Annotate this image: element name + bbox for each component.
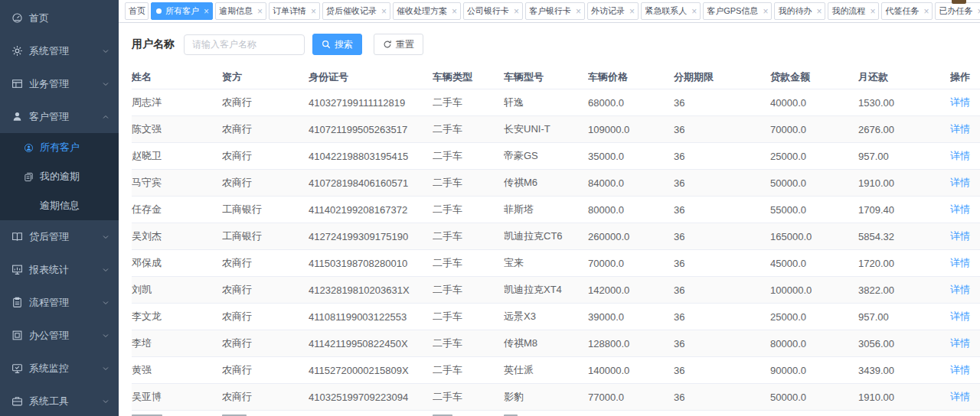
cell-action: 详情 — [950, 149, 980, 163]
cell-funder: 工商银行 — [222, 203, 309, 216]
close-icon[interactable]: × — [256, 7, 263, 16]
sidebar-item-report-stats[interactable]: 报表统计 — [0, 253, 119, 286]
tab-sign-tasks[interactable]: 代签任务× — [881, 2, 933, 20]
close-icon[interactable]: × — [310, 7, 317, 16]
sidebar-item-overdue-info[interactable]: 逾期信息 — [0, 191, 119, 220]
close-icon[interactable]: × — [203, 7, 210, 16]
close-icon[interactable]: × — [451, 7, 458, 16]
tab-label: 客户GPS信息 — [707, 5, 758, 17]
cell-vehicle-price: 77000.0 — [588, 392, 674, 403]
cell-id-number: 41232819810203631X — [309, 284, 433, 296]
column-header: 身份证号 — [309, 70, 433, 84]
sidebar-item-my-overdue[interactable]: 我的逾期 — [0, 162, 119, 191]
tab-customer-bank-card[interactable]: 客户银行卡× — [525, 2, 585, 20]
detail-link[interactable]: 详情 — [950, 230, 970, 242]
close-icon[interactable]: × — [815, 7, 822, 16]
close-icon[interactable]: × — [575, 7, 582, 16]
tab-bar: 首页所有客户×逾期信息×订单详情×贷后催收记录×催收处理方案×公司银行卡×客户银… — [119, 0, 980, 23]
sidebar-item-office-mgmt[interactable]: 办公管理 — [0, 319, 119, 352]
content: 用户名称 搜索 重置 姓名资方身份证号车辆类型车辆型号车辆价格分期期限贷款金额月… — [119, 23, 980, 416]
cell-funder: 工商银行 — [222, 229, 309, 243]
close-icon[interactable]: × — [762, 7, 769, 16]
detail-link[interactable]: 详情 — [950, 284, 970, 295]
tab-label: 逾期信息 — [219, 5, 253, 17]
detail-link[interactable]: 详情 — [950, 150, 970, 161]
table-row: 陈文强农商行410721199505263517二手车长安UNI-T109000… — [132, 115, 980, 142]
tab-emergency-contacts[interactable]: 紧急联系人× — [641, 2, 701, 20]
detail-link[interactable]: 详情 — [950, 337, 970, 349]
close-icon[interactable]: × — [976, 7, 980, 16]
close-icon[interactable]: × — [381, 7, 387, 16]
table-body: 周志洋农商行410327199111112819二手车轩逸68000.03640… — [132, 89, 980, 410]
cell-vehicle-model: 凯迪拉克XT4 — [504, 283, 588, 297]
tab-my-process[interactable]: 我的流程× — [828, 2, 879, 20]
close-icon[interactable]: × — [513, 7, 520, 16]
cell-action: 详情 — [950, 283, 980, 297]
detail-link[interactable]: 详情 — [950, 364, 970, 375]
detail-link[interactable]: 详情 — [950, 310, 970, 322]
column-header: 分期期限 — [674, 70, 770, 84]
table-row: 赵晓卫农商行410422198803195415二手车帝豪GS35000.036… — [132, 142, 980, 169]
cell-name: 赵晓卫 — [132, 149, 222, 163]
close-icon[interactable]: × — [869, 7, 876, 16]
tab-my-todo[interactable]: 我的待办× — [774, 2, 825, 20]
avatar[interactable] — [952, 0, 966, 4]
search-button[interactable]: 搜索 — [312, 34, 362, 55]
cell-monthly-payment: 1709.40 — [858, 204, 950, 216]
cell-funder — [222, 411, 309, 416]
peoples-icon — [24, 143, 34, 153]
sidebar-item-process-mgmt[interactable]: 流程管理 — [0, 286, 119, 319]
tab-home[interactable]: 首页 — [125, 2, 149, 20]
sidebar-item-business-mgmt[interactable]: 业务管理 — [0, 67, 119, 100]
search-icon — [322, 40, 331, 49]
cell-monthly-payment: 2676.00 — [858, 124, 950, 135]
detail-link[interactable]: 详情 — [950, 177, 970, 188]
cell-action: 详情 — [950, 122, 980, 136]
close-icon[interactable]: × — [923, 7, 929, 16]
cell-vehicle-type: 二手车 — [433, 390, 504, 404]
sidebar-item-home[interactable]: 首页 — [0, 2, 119, 34]
app: 首页系统管理业务管理客户管理所有客户我的逾期逾期信息贷后管理报表统计流程管理办公… — [0, 0, 980, 416]
cell-monthly-payment: 5854.32 — [858, 231, 950, 242]
sidebar-item-system-monitor[interactable]: 系统监控 — [0, 352, 119, 385]
cell-id-number: 410721199505263517 — [309, 124, 433, 135]
tab-visit-records[interactable]: 外访记录× — [587, 2, 639, 20]
detail-link[interactable]: 详情 — [950, 123, 970, 135]
sidebar-item-all-customers[interactable]: 所有客户 — [0, 133, 119, 162]
tab-all-customers[interactable]: 所有客户× — [151, 2, 213, 20]
column-header: 姓名 — [132, 70, 222, 84]
cell-monthly-payment: 1910.00 — [858, 177, 950, 189]
detail-link[interactable]: 详情 — [950, 96, 970, 108]
close-icon[interactable]: × — [629, 7, 635, 16]
detail-link[interactable]: 详情 — [950, 203, 970, 215]
sidebar-item-system-mgmt[interactable]: 系统管理 — [0, 34, 119, 67]
detail-link[interactable]: 详情 — [950, 257, 970, 268]
search-input[interactable] — [184, 34, 305, 55]
sidebar-item-post-loan-mgmt[interactable]: 贷后管理 — [0, 220, 119, 253]
tab-label: 首页 — [129, 5, 145, 17]
tab-order-detail[interactable]: 订单详情× — [269, 2, 320, 20]
tab-collection-records[interactable]: 贷后催收记录× — [322, 2, 390, 20]
cell-loan-amount: 165000.0 — [770, 231, 858, 242]
cell-vehicle-type: 二手车 — [433, 96, 504, 109]
sidebar-item-label: 所有客户 — [40, 141, 80, 154]
sidebar-item-customer-mgmt[interactable]: 客户管理 — [0, 100, 119, 133]
detail-link[interactable]: 详情 — [950, 391, 970, 402]
tab-collection-plans[interactable]: 催收处理方案× — [393, 2, 461, 20]
cell-vehicle-price: 35000.0 — [588, 151, 674, 162]
reset-button[interactable]: 重置 — [374, 34, 423, 55]
tab-label: 我的待办 — [778, 5, 812, 17]
tab-company-bank-card[interactable]: 公司银行卡× — [463, 2, 523, 20]
close-icon[interactable]: × — [691, 7, 697, 16]
cell-id-number: 411402199208167372 — [309, 204, 433, 216]
tab-customer-gps-info[interactable]: 客户GPS信息× — [703, 2, 772, 20]
cell-term: 36 — [674, 124, 770, 135]
tab-overdue-info[interactable]: 逾期信息× — [215, 2, 266, 20]
active-tab-dot — [156, 8, 162, 14]
cell-name: 任存金 — [132, 203, 222, 216]
cell-term: 36 — [674, 97, 770, 109]
cell-name: 周志洋 — [132, 96, 222, 109]
sidebar-item-system-tools[interactable]: 系统工具 — [0, 385, 119, 416]
tab-label: 公司银行卡 — [467, 5, 509, 17]
tab-done-tasks[interactable]: 已办任务× — [935, 2, 980, 20]
